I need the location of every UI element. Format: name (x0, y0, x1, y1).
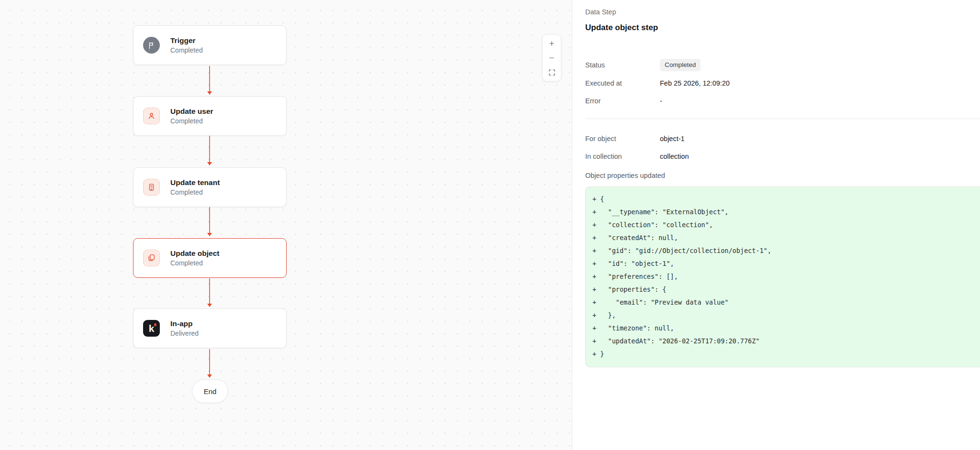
panel-divider (585, 119, 980, 119)
flow-node-update-tenant[interactable]: Update tenant Completed (133, 167, 287, 207)
flow-node-end: End (192, 379, 228, 403)
in-collection-row: In collection collection (585, 147, 980, 165)
knock-letter: k (149, 323, 155, 333)
flow-node-update-object[interactable]: Update object Completed (133, 238, 287, 278)
connector-arrow (207, 278, 212, 307)
diff-line: + "timezone": null, (592, 322, 980, 335)
user-icon (143, 108, 160, 124)
page-title: Update object step (585, 23, 658, 33)
diff-line: + }, (592, 309, 980, 322)
diff-line: + { (592, 193, 980, 206)
executed-at-row: Executed at Feb 25 2026, 12:09:20 (585, 74, 980, 92)
diff-line: + "collection": "collection", (592, 219, 980, 231)
object-properties-diff: + { + "__typename": "ExternalObject", + … (585, 187, 980, 367)
knock-icon: k (143, 320, 160, 337)
connector-arrow (207, 136, 212, 165)
flag-icon (143, 37, 160, 54)
status-row: Status Completed (585, 56, 980, 74)
node-status: Completed (170, 46, 203, 54)
diff-line: + "properties": { (592, 283, 980, 296)
connector-arrow (207, 349, 212, 378)
flow-node-update-user[interactable]: Update user Completed (133, 96, 287, 136)
knock-dot (154, 323, 157, 326)
status-badge: Completed (660, 59, 701, 71)
workflow-canvas[interactable]: Trigger Completed Update user Completed … (0, 0, 572, 450)
node-title: Trigger (170, 36, 203, 45)
copy-icon (143, 250, 160, 266)
error-label: Error (585, 97, 660, 105)
diff-line: + "__typename": "ExternalObject", (592, 206, 980, 219)
zoom-out-icon (548, 55, 555, 61)
error-value: - (660, 97, 662, 105)
building-icon (143, 179, 160, 196)
node-status: Completed (170, 259, 219, 267)
node-title: Update user (170, 107, 213, 116)
diff-line: + "createdAt": null, (592, 231, 980, 244)
status-label: Status (585, 61, 660, 69)
in-collection-label: In collection (585, 153, 660, 160)
for-object-label: For object (585, 135, 660, 143)
node-status: Completed (170, 188, 220, 196)
diff-line: + } (592, 348, 980, 361)
zoom-in-icon (548, 40, 555, 47)
step-type-label: Data Step (585, 8, 616, 16)
fit-view-button[interactable] (543, 65, 561, 79)
object-link[interactable]: object-1 (660, 135, 685, 143)
connector-arrow (207, 207, 212, 236)
error-row: Error - (585, 92, 980, 110)
zoom-in-button[interactable] (543, 36, 561, 51)
executed-at-value: Feb 25 2026, 12:09:20 (660, 79, 730, 87)
node-title: In-app (170, 319, 199, 328)
node-title: Update object (170, 249, 219, 258)
diff-line: + "email": "Preview data value" (592, 296, 980, 309)
diff-line: + "updatedAt": "2026-02-25T17:09:20.776Z… (592, 335, 980, 348)
diff-line: + "preferences": [], (592, 270, 980, 283)
step-detail-panel: Data Step Update object step Status Comp… (573, 0, 980, 450)
zoom-out-button[interactable] (543, 51, 561, 65)
executed-at-label: Executed at (585, 79, 660, 87)
diff-heading: Object properties updated (585, 172, 665, 179)
canvas-zoom-controls (542, 34, 561, 81)
diff-line: + "gid": "gid://Object/collection/object… (592, 244, 980, 257)
flow-node-trigger[interactable]: Trigger Completed (133, 25, 287, 65)
collection-link[interactable]: collection (660, 153, 689, 160)
diff-line: + "id": "object-1", (592, 257, 980, 270)
for-object-row: For object object-1 (585, 130, 980, 148)
end-label: End (204, 387, 217, 395)
node-title: Update tenant (170, 178, 220, 187)
fit-view-icon (548, 69, 556, 76)
node-status: Completed (170, 117, 213, 125)
flow-node-in-app[interactable]: k In-app Delivered (133, 308, 287, 348)
node-status: Delivered (170, 329, 199, 337)
connector-arrow (207, 66, 212, 95)
